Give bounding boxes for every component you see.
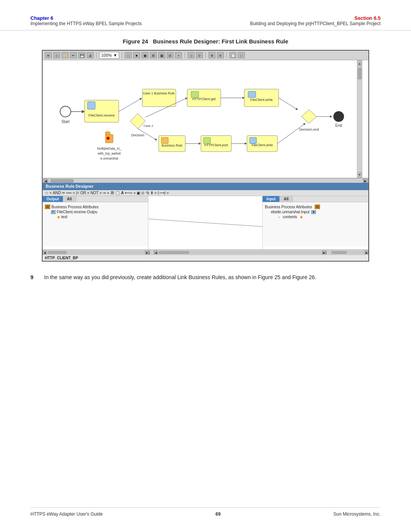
hscroll-left-btn[interactable]: ◀ — [43, 179, 48, 183]
content-area: ≋ ◇ ⚡ ✏ 💾 🖨 100% ▼ □ ■ ▣ ⊞ ▦ ⊟ ▪ ◇ ⊙ ⊗ ⊘… — [0, 50, 411, 281]
brd-tool-up[interactable]: ⬆ — [150, 191, 153, 195]
brd-tool-plus[interactable]: + — [49, 191, 52, 195]
output-panel-content: 🗂 Business Process Attributes F FileClie… — [43, 202, 148, 246]
canvas-hscroll[interactable]: ◀ ▶ — [43, 178, 368, 183]
brd-hscroll-thumb2 — [159, 251, 189, 254]
brd-hscroll-right2[interactable]: ▶ — [322, 251, 326, 254]
toolbar-icon-13[interactable]: ▪ — [175, 52, 182, 58]
brd-hscroll-left1[interactable]: ◀ — [43, 251, 46, 254]
page-header: Chapter 6 Implementing the HTTPS eWay BP… — [0, 0, 411, 30]
svg-text:End: End — [335, 123, 342, 128]
svg-text:Decision: Decision — [131, 133, 145, 137]
input-all-tab[interactable]: All — [280, 196, 293, 202]
brd-tool-parens[interactable]: (⟶) — [158, 191, 166, 195]
hscroll-right-btn[interactable]: ▶ — [363, 179, 368, 183]
brd-hscroll-right1[interactable]: ▶ — [145, 251, 149, 254]
toolbar-icon-5[interactable]: 💾 — [78, 52, 85, 58]
chapter-subtitle: Implementing the HTTPS eWay BPEL Sample … — [30, 21, 142, 26]
svg-text:Business Rule: Business Rule — [162, 144, 183, 147]
brd-tool-ineq[interactable]: |= — [76, 191, 79, 195]
toolbar-icon-3[interactable]: ⚡ — [62, 52, 68, 58]
svg-rect-15 — [191, 91, 199, 97]
brd-tool-doc[interactable]: 🖹 — [110, 191, 114, 195]
brd-tool-larrow[interactable]: ⟵» — [125, 191, 132, 195]
svg-text:HTTPClient.get: HTTPClient.get — [192, 97, 216, 101]
toolbar-icon-2[interactable]: ◇ — [53, 52, 60, 58]
output-tab[interactable]: Output — [43, 196, 63, 202]
toolbar-icon-15[interactable]: ⊙ — [196, 52, 203, 58]
toolbar-icon-16[interactable]: ⊗ — [209, 52, 215, 58]
footer-right: Sun Microsystems, Inc. — [333, 511, 381, 517]
input-child2-icon: ◆ — [300, 215, 303, 219]
brd-tool-a[interactable]: A — [121, 191, 124, 195]
brd-input-child2: → contents ◆ — [265, 215, 366, 219]
brd-tool-not[interactable]: NOT — [91, 191, 99, 195]
input-tab[interactable]: Input — [263, 196, 280, 202]
brd-tool-sep4: » — [134, 191, 136, 195]
toolbar-separator-1 — [96, 52, 97, 58]
toolbar-icon-1[interactable]: ≋ — [45, 52, 52, 58]
brd-input-root: Business Process Attributes 🗂 — [265, 204, 366, 209]
input-child1-label: ebsite.unmarshal.Input — [271, 210, 309, 214]
toolbar-icon-6[interactable]: 🖨 — [87, 52, 94, 58]
toolbar-separator-2 — [122, 52, 122, 58]
brd-hscroll-left2[interactable]: ◀ — [154, 251, 158, 254]
toolbar-icon-9[interactable]: ▣ — [142, 52, 148, 58]
canvas-area: Start FileClient.receive Case 1 Business… — [43, 60, 368, 178]
svg-text:▼: ▼ — [358, 173, 362, 177]
brd-tool-approx[interactable]: ≈ — [73, 191, 75, 195]
input-panel: Input All Business Process Attributes 🗂 … — [263, 196, 368, 249]
brd-tool-square[interactable]: ▣ — [137, 191, 140, 195]
toolbar-icon-4[interactable]: ✏ — [70, 52, 77, 58]
brd-panel-divider: | — [149, 250, 154, 255]
brd-tool-pencil[interactable]: ✏ — [62, 191, 65, 195]
brd-tool-sep5: » — [155, 191, 157, 195]
svg-point-32 — [107, 137, 110, 140]
figure-title: Figure 24 Business Rule Designer: First … — [0, 38, 411, 45]
svg-text:HTTPClient.post: HTTPClient.post — [204, 143, 228, 147]
brd-tool-sb[interactable]: ˢb — [145, 191, 149, 195]
brd-tool-sep3: » — [107, 191, 109, 195]
toolbar-icon-18[interactable]: 📋 — [229, 52, 236, 58]
svg-text:Case 1 Business Rule: Case 1 Business Rule — [143, 91, 175, 95]
output-root-label: Business Process Attributes — [51, 205, 99, 209]
output-child1-label: FileClient.receive.Outpu — [57, 210, 97, 214]
toolbar-icon-11[interactable]: ▦ — [158, 52, 165, 58]
zoom-control[interactable]: 100% ▼ — [99, 52, 119, 59]
brd-tool-arrow[interactable]: ⇒ — [103, 191, 106, 195]
toolbar-icon-7[interactable]: □ — [125, 52, 132, 58]
brd-tool-eq[interactable]: ══ — [66, 191, 72, 195]
toolbar-icon-8[interactable]: ■ — [133, 52, 140, 58]
toolbar-icon-14[interactable]: ◇ — [188, 52, 194, 58]
svg-rect-5 — [88, 102, 95, 109]
toolbar-icon-17[interactable]: ⊘ — [217, 52, 224, 58]
toolbar-icon-10[interactable]: ⊞ — [150, 52, 157, 58]
svg-text:e.unmarshal: e.unmarshal — [100, 157, 118, 160]
toolbar-top: ≋ ◇ ⚡ ✏ 💾 🖨 100% ▼ □ ■ ▣ ⊞ ▦ ⊟ ▪ ◇ ⊙ ⊗ ⊘… — [43, 51, 368, 60]
output-all-tab[interactable]: All — [63, 196, 76, 202]
svg-text:FileClient.write: FileClient.write — [250, 98, 272, 102]
svg-text:with_top_websit: with_top_websit — [97, 152, 121, 155]
section-subtitle: Building and Deploying the prjHTTPClient… — [250, 21, 381, 26]
footer-left: HTTPS eWay Adapter User's Guide — [30, 511, 103, 517]
brd-hscroll-right3[interactable]: ▶ — [365, 251, 368, 254]
brd-tool-and[interactable]: AND — [53, 191, 61, 195]
toolbar-icon-19[interactable]: □ — [238, 52, 245, 58]
svg-text:MultipleData_In_: MultipleData_In_ — [97, 147, 121, 150]
svg-text:Case 2: Case 2 — [143, 124, 153, 128]
figure-label: Figure 24 — [123, 38, 148, 45]
screenshot-box: ≋ ◇ ⚡ ✏ 💾 🖨 100% ▼ □ ■ ▣ ⊞ ▦ ⊟ ▪ ◇ ⊙ ⊗ ⊘… — [42, 50, 369, 262]
svg-rect-28 — [105, 132, 110, 135]
step-9-paragraph: 9 In the same way as you did previously,… — [30, 273, 381, 281]
brd-tool-clip[interactable]: 📋 — [115, 191, 120, 195]
page-footer: HTTPS eWay Adapter User's Guide 69 Sun M… — [30, 507, 381, 517]
brd-tool-circle[interactable]: ⊙ — [141, 191, 144, 195]
svg-point-1 — [60, 106, 71, 117]
toolbar-icon-12[interactable]: ⊟ — [167, 52, 174, 58]
figure-caption: Business Rule Designer: First Link Busin… — [153, 38, 288, 45]
brd-tool-star[interactable]: ☆ — [45, 191, 48, 195]
brd-tool-or[interactable]: OR — [80, 191, 86, 195]
brd-hscroll-thumb1 — [48, 251, 67, 254]
svg-point-25 — [333, 111, 344, 122]
brd-output-child1: F FileClient.receive.Outpu — [45, 210, 146, 214]
